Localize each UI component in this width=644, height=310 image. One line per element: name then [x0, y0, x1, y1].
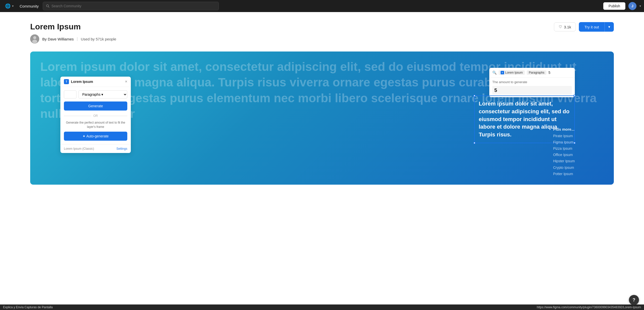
heart-icon: ♡	[559, 25, 562, 29]
try-btn-group: Try it out ▾	[579, 22, 614, 32]
corner-handle-tl[interactable]	[473, 95, 475, 97]
panel-plugin-icon: T	[64, 79, 69, 84]
panel-controls: 4 Paragraphs ▾	[64, 90, 127, 98]
used-by-label: Used by 571k people	[81, 37, 116, 41]
cp-search-icon: 🔍	[492, 71, 497, 75]
panel-header: T Lorem Ipsum ×	[60, 77, 131, 87]
globe-icon[interactable]: 🌐	[5, 3, 11, 9]
bottom-bar: Explica y Envía Capturas de Pantalla htt…	[0, 304, 644, 310]
cp-plugin-tag: T Lorem Ipsum	[499, 70, 525, 75]
search-input[interactable]	[51, 4, 215, 8]
cp-hint-text: The amount to generate	[492, 80, 572, 84]
panel-close-icon[interactable]: ×	[125, 79, 127, 84]
like-count: 3.1k	[564, 25, 571, 29]
plugin-panel: T Lorem Ipsum × 4 Paragraphs ▾ Generate …	[60, 77, 131, 153]
search-bar[interactable]	[43, 2, 219, 10]
panel-header-left: T Lorem Ipsum	[64, 79, 93, 84]
community-nav-label[interactable]: Community	[16, 4, 43, 8]
page-content: Lorem Ipsum By Dave Williames | Used by …	[0, 12, 644, 310]
top-navigation: 🌐 ▾ Community Publish J ▾	[0, 0, 644, 12]
cp-paragraphs-tag: Paragraphs	[527, 70, 546, 75]
corner-handle-bl[interactable]	[473, 142, 475, 144]
settings-link[interactable]: Settings	[116, 147, 127, 150]
paragraph-count-input[interactable]: 4	[64, 90, 76, 98]
author-avatar	[30, 34, 39, 43]
cp-tag-label: Lorem Ipsum	[505, 71, 523, 74]
bottom-bar-left-text: Explica y Envía Capturas de Pantalla	[3, 305, 53, 309]
plugin-info: Lorem Ipsum By Dave Williames | Used by …	[30, 22, 116, 43]
classic-label: Lorem Ipsum (Classic)	[64, 147, 94, 150]
svg-point-4	[32, 40, 37, 43]
auto-generate-button[interactable]: ✦ Auto-generate	[64, 132, 127, 141]
search-icon	[46, 4, 50, 8]
cp-search-bar: 🔍 T Lorem Ipsum Paragraphs 5	[489, 68, 575, 78]
like-button[interactable]: ♡ 3.1k	[554, 22, 576, 31]
list-item: Crypto Ipsum	[553, 165, 575, 171]
author-label: By Dave Williames	[42, 37, 74, 41]
plugin-title: Lorem Ipsum	[30, 22, 116, 31]
svg-point-3	[33, 36, 36, 39]
nav-chevron-icon[interactable]: ▾	[12, 4, 14, 8]
nav-right-group: Publish J ▾	[603, 2, 641, 10]
plugin-meta: By Dave Williames | Used by 571k people	[30, 34, 116, 43]
plugin-header: Lorem Ipsum By Dave Williames | Used by …	[30, 22, 614, 43]
cp-body: The amount to generate 5	[489, 78, 575, 97]
list-item: Pirate Ipsum	[553, 133, 575, 139]
try-it-out-button[interactable]: Try it out	[579, 22, 605, 32]
panel-footer: Lorem Ipsum (Classic) Settings	[60, 144, 131, 153]
avatar-chevron-icon[interactable]: ▾	[639, 4, 641, 8]
plugin-actions: ♡ 3.1k Try it out ▾	[554, 22, 614, 32]
panel-title: Lorem Ipsum	[71, 80, 93, 84]
bottom-bar-link[interactable]: https://www.figma.com/community/plugin/7…	[537, 305, 641, 309]
command-palette: 🔍 T Lorem Ipsum Paragraphs 5 The amount …	[489, 68, 575, 97]
list-item: Pizza Ipsum	[553, 145, 575, 152]
help-button[interactable]: ?	[629, 295, 639, 305]
nav-left-group: 🌐 ▾	[3, 3, 16, 9]
meta-separator: |	[77, 37, 78, 41]
cp-result-value: 5	[492, 86, 572, 95]
more-heading: Plus more...	[553, 127, 575, 131]
cp-value-input[interactable]: 5	[548, 71, 550, 75]
more-list: Plus more... Pirate IpsumFigma IpsumPizz…	[553, 127, 575, 177]
auto-gen-description: Generate the perfect amount of text to f…	[64, 121, 127, 129]
panel-body: 4 Paragraphs ▾ Generate OR Generate the …	[60, 87, 131, 144]
try-dropdown-button[interactable]: ▾	[605, 22, 614, 32]
preview-area: Lorem ipsum dolor sit amet, consectetur …	[30, 51, 614, 185]
type-select[interactable]: Paragraphs ▾	[78, 90, 127, 98]
publish-button[interactable]: Publish	[603, 2, 625, 10]
list-item: Office Ipsum	[553, 152, 575, 158]
cp-tag-icon: T	[501, 71, 504, 74]
avatar[interactable]: J	[628, 2, 636, 10]
or-divider: OR	[64, 114, 127, 118]
corner-handle-tr[interactable]	[574, 95, 576, 97]
svg-line-1	[48, 7, 49, 7]
generate-button[interactable]: Generate	[64, 101, 127, 111]
list-item: Figma Ipsum	[553, 139, 575, 145]
list-item: Potter Ipsum	[553, 171, 575, 177]
list-item: Hipster Ipsum	[553, 158, 575, 164]
